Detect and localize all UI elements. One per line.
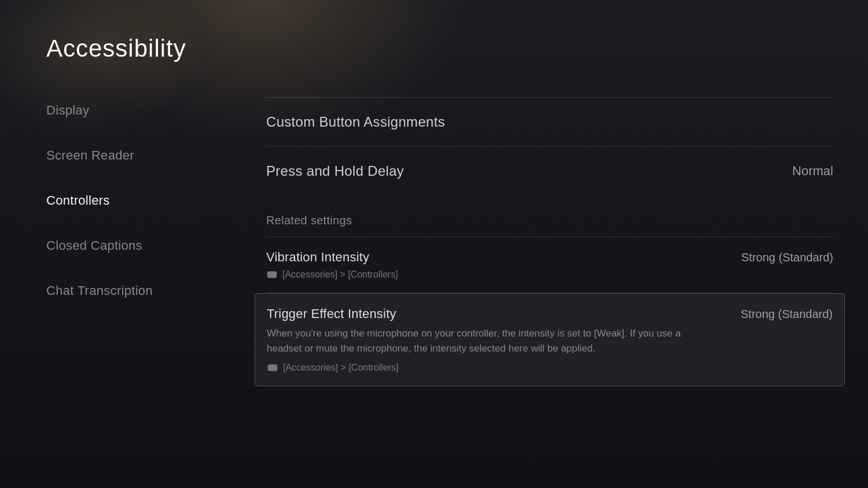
related-setting-row-vibration[interactable]: Vibration Intensity bbox=[266, 237, 833, 293]
related-setting-path-text-vibration: [Accessories] > [Controllers] bbox=[282, 269, 398, 280]
svg-point-3 bbox=[275, 274, 276, 275]
related-setting-desc-trigger: When you're using the microphone on your… bbox=[267, 326, 718, 357]
svg-point-2 bbox=[273, 273, 274, 274]
setting-row-custom-button-assignments[interactable]: Custom Button Assignments bbox=[266, 98, 833, 147]
related-setting-info-trigger: Trigger Effect Intensity When you're usi… bbox=[267, 306, 723, 373]
sidebar-item-chat-transcription[interactable]: Chat Transcription bbox=[46, 283, 266, 298]
related-settings-header: Related settings bbox=[266, 195, 833, 236]
settings-list: Custom Button Assignments Press and Hold… bbox=[266, 97, 833, 195]
related-setting-title-trigger: Trigger Effect Intensity bbox=[267, 306, 723, 321]
setting-label-press-and-hold-delay: Press and Hold Delay bbox=[266, 163, 404, 179]
main-content: Custom Button Assignments Press and Hold… bbox=[266, 97, 868, 386]
svg-point-9 bbox=[275, 367, 277, 368]
page-content: Accessibility Display Screen Reader Cont… bbox=[0, 0, 868, 386]
svg-point-10 bbox=[274, 368, 275, 369]
page-title: Accessibility bbox=[46, 35, 868, 62]
svg-point-5 bbox=[272, 274, 273, 275]
related-setting-path-trigger: [Accessories] > [Controllers] bbox=[267, 363, 723, 373]
layout: Display Screen Reader Controllers Closed… bbox=[46, 97, 868, 386]
sidebar-item-display[interactable]: Display bbox=[46, 103, 266, 118]
sidebar-item-controllers[interactable]: Controllers bbox=[46, 193, 266, 208]
related-setting-value-vibration: Strong (Standard) bbox=[741, 250, 833, 264]
related-setting-info-vibration: Vibration Intensity bbox=[266, 250, 724, 280]
svg-point-11 bbox=[273, 367, 274, 368]
related-setting-path-text-trigger: [Accessories] > [Controllers] bbox=[283, 363, 399, 373]
setting-row-press-and-hold-delay[interactable]: Press and Hold Delay Normal bbox=[266, 147, 833, 195]
controller-icon-trigger bbox=[267, 363, 278, 372]
svg-point-8 bbox=[274, 366, 275, 367]
related-setting-row-trigger[interactable]: Trigger Effect Intensity When you're usi… bbox=[255, 293, 845, 386]
setting-label-custom-button-assignments: Custom Button Assignments bbox=[266, 114, 445, 130]
sidebar-item-closed-captions[interactable]: Closed Captions bbox=[46, 238, 266, 253]
controller-icon-vibration bbox=[266, 270, 278, 279]
related-setting-title-vibration: Vibration Intensity bbox=[266, 250, 724, 265]
related-setting-path-vibration: [Accessories] > [Controllers] bbox=[266, 269, 724, 280]
related-setting-value-trigger: Strong (Standard) bbox=[741, 306, 833, 321]
svg-point-4 bbox=[273, 275, 274, 276]
related-settings-list: Vibration Intensity bbox=[266, 236, 833, 386]
setting-value-press-and-hold-delay: Normal bbox=[792, 164, 833, 179]
svg-rect-1 bbox=[269, 274, 271, 275]
svg-rect-7 bbox=[269, 367, 272, 368]
sidebar-item-screen-reader[interactable]: Screen Reader bbox=[46, 148, 266, 163]
sidebar: Display Screen Reader Controllers Closed… bbox=[46, 97, 266, 386]
